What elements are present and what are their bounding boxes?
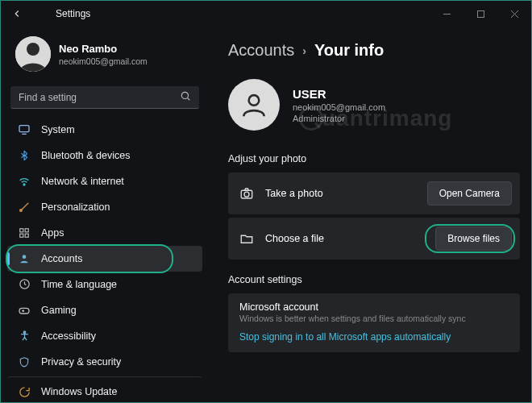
sidebar-item-label: Bluetooth & devices	[41, 150, 131, 161]
sidebar-item-apps[interactable]: Apps	[7, 220, 202, 246]
sidebar-item-label: Gaming	[41, 305, 77, 316]
adjust-photo-title: Adjust your photo	[228, 153, 520, 164]
svg-point-22	[249, 95, 260, 106]
user-role: Administrator	[293, 114, 385, 123]
content: Accounts › Your info USER neokim005@gmai…	[209, 27, 531, 402]
choose-file-card: Choose a file Browse files	[228, 218, 520, 260]
back-button[interactable]	[6, 2, 28, 25]
svg-rect-8	[19, 126, 29, 132]
svg-point-16	[23, 255, 27, 259]
sidebar-item-label: System	[41, 124, 75, 135]
user-block: USER neokim005@gmail.com Administrator	[228, 79, 520, 131]
profile-email: neokim005@gmail.com	[59, 56, 148, 66]
profile-name: Neo Rambo	[59, 43, 148, 55]
sidebar-item-label: Apps	[41, 227, 64, 239]
avatar	[15, 36, 51, 72]
chevron-right-icon: ›	[302, 44, 306, 57]
breadcrumb-parent[interactable]: Accounts	[228, 41, 294, 60]
sidebar-item-network[interactable]: Network & internet	[7, 168, 202, 194]
svg-point-5	[27, 43, 39, 56]
svg-rect-15	[25, 234, 28, 237]
shield-icon	[17, 355, 31, 369]
brush-icon	[17, 200, 31, 214]
sidebar-item-personalization[interactable]: Personalization	[7, 194, 202, 220]
sidebar-item-label: Privacy & security	[41, 356, 121, 368]
update-icon	[17, 384, 31, 399]
choose-file-label: Choose a file	[265, 233, 435, 244]
ms-account-sub: Windows is better when settings and file…	[239, 314, 509, 323]
bluetooth-icon	[17, 148, 31, 163]
sidebar-item-time-language[interactable]: Time & language	[7, 272, 202, 297]
sidebar-item-system[interactable]: System	[7, 117, 202, 143]
microsoft-account-card[interactable]: Microsoft account Windows is better when…	[228, 293, 520, 352]
gaming-icon	[17, 303, 31, 318]
wifi-icon	[17, 174, 31, 189]
sidebar-item-label: Time & language	[41, 279, 117, 290]
nav: System Bluetooth & devices Network & int…	[1, 115, 209, 402]
ms-account-link[interactable]: Stop signing in to all Microsoft apps au…	[239, 331, 509, 343]
sidebar-item-label: Network & internet	[41, 176, 124, 187]
svg-point-11	[20, 210, 23, 212]
sidebar-item-label: Windows Update	[41, 386, 118, 397]
maximize-button[interactable]	[463, 1, 497, 27]
svg-point-6	[181, 92, 188, 98]
sidebar-item-windows-update[interactable]: Windows Update	[7, 376, 202, 402]
sidebar-item-label: Accounts	[41, 253, 82, 264]
camera-icon	[239, 186, 254, 201]
svg-rect-14	[20, 234, 23, 237]
search-input[interactable]	[19, 92, 180, 103]
account-settings-title: Account settings	[228, 274, 520, 285]
browse-files-button[interactable]: Browse files	[435, 226, 512, 251]
sidebar-item-bluetooth[interactable]: Bluetooth & devices	[7, 143, 202, 168]
user-name: USER	[293, 87, 385, 101]
clock-icon	[17, 277, 31, 292]
sidebar-item-label: Accessibility	[41, 330, 96, 342]
svg-point-24	[244, 192, 249, 197]
take-photo-label: Take a photo	[265, 188, 427, 199]
system-icon	[17, 123, 31, 137]
sidebar-item-gaming[interactable]: Gaming	[7, 297, 202, 323]
apps-icon	[17, 226, 31, 240]
person-icon	[17, 251, 31, 266]
titlebar: Settings	[1, 1, 531, 27]
accessibility-icon	[17, 329, 31, 343]
minimize-button[interactable]	[430, 1, 463, 27]
search-icon	[180, 90, 191, 105]
folder-icon	[239, 231, 254, 246]
svg-rect-13	[25, 229, 28, 232]
sidebar: Neo Rambo neokim005@gmail.com System Blu…	[1, 27, 209, 402]
window-title: Settings	[56, 8, 90, 19]
take-photo-card: Take a photo Open Camera	[228, 172, 520, 214]
sidebar-item-privacy[interactable]: Privacy & security	[7, 349, 202, 375]
svg-point-21	[23, 331, 26, 334]
user-email: neokim005@gmail.com	[293, 102, 385, 112]
svg-line-7	[188, 98, 190, 100]
sidebar-item-label: Personalization	[41, 202, 110, 213]
breadcrumb: Accounts › Your info	[228, 41, 520, 60]
ms-account-title: Microsoft account	[239, 301, 509, 313]
profile-block[interactable]: Neo Rambo neokim005@gmail.com	[1, 30, 209, 81]
search-box[interactable]	[10, 86, 199, 109]
svg-rect-12	[20, 229, 23, 232]
svg-rect-1	[477, 10, 484, 17]
sidebar-item-accessibility[interactable]: Accessibility	[7, 323, 202, 349]
open-camera-button[interactable]: Open Camera	[427, 181, 512, 206]
svg-point-10	[23, 184, 25, 185]
sidebar-item-accounts[interactable]: Accounts	[7, 246, 202, 272]
close-button[interactable]	[497, 1, 531, 27]
breadcrumb-current: Your info	[314, 41, 384, 60]
user-avatar	[228, 79, 280, 131]
